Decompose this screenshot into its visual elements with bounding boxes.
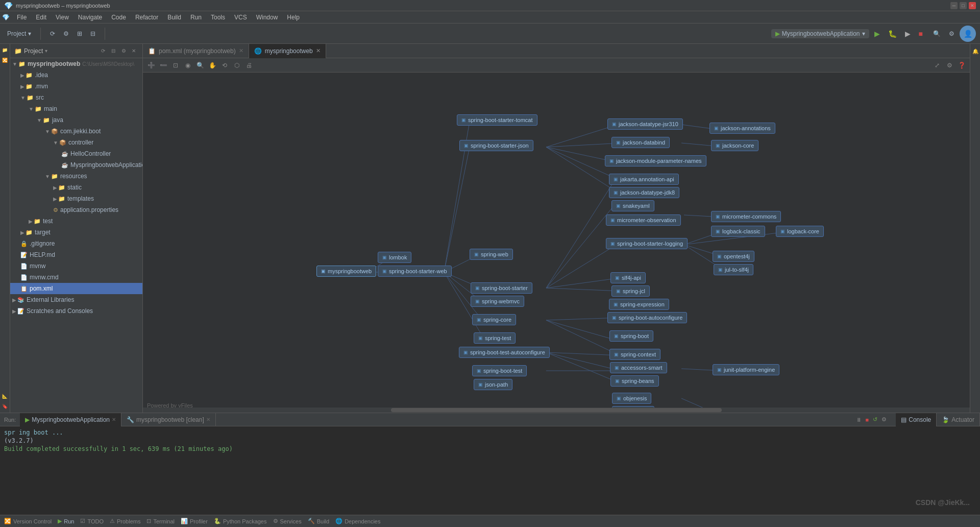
node-myspringbootweb[interactable]: myspringbootweb [316, 266, 376, 277]
tree-item-pom-xml[interactable]: 📋 pom.xml [10, 283, 142, 294]
node-logback-core[interactable]: logback-core [776, 226, 824, 237]
node-jackson-annotations[interactable]: jackson-annotations [709, 123, 775, 134]
close-button[interactable]: ✕ [969, 2, 976, 9]
status-run[interactable]: ▶ Run [58, 518, 74, 524]
help-button[interactable]: ❓ [957, 60, 967, 70]
status-build[interactable]: 🔨 Build [308, 518, 329, 524]
h-scrollbar[interactable] [143, 408, 970, 413]
node-junit-platform-engine[interactable]: junit-platform-engine [713, 364, 779, 375]
menu-file[interactable]: File [13, 13, 31, 22]
node-spring-jcl[interactable]: spring-jcl [611, 285, 650, 297]
left-icon-project[interactable]: 📁 [1, 46, 9, 54]
tree-item-mvn[interactable]: ▶ 📁 .mvn [10, 81, 142, 92]
node-spring-boot-starter-logging[interactable]: spring-boot-starter-logging [606, 238, 688, 249]
status-profiler[interactable]: 📊 Profiler [181, 518, 208, 524]
close-pom-tab[interactable]: ✕ [239, 47, 243, 54]
tree-item-mvnw[interactable]: 📄 mvnw [10, 260, 142, 272]
menu-window[interactable]: Window [252, 13, 282, 22]
menu-view[interactable]: View [52, 13, 73, 22]
close-panel-button[interactable]: ⚙ [944, 60, 954, 70]
toolbar-settings[interactable]: ⚙ [60, 29, 72, 39]
node-spring-webmvc[interactable]: spring-webmvc [471, 296, 524, 307]
actual-size-button[interactable]: ◉ [183, 60, 193, 70]
debug-button[interactable]: 🐛 [885, 28, 900, 39]
tree-item-java[interactable]: ▼ 📁 java [10, 114, 142, 126]
tree-item-main[interactable]: ▼ 📁 main [10, 103, 142, 114]
node-jul-to-slf4j[interactable]: jul-to-slf4j [714, 264, 753, 275]
menu-vcs[interactable]: VCS [230, 13, 251, 22]
settings-button[interactable]: ⚙ [946, 29, 958, 39]
status-dependencies[interactable]: 🌐 Dependencies [335, 518, 380, 524]
menu-edit[interactable]: Edit [32, 13, 51, 22]
search-everywhere[interactable]: 🔍 [930, 29, 944, 39]
toolbar-sync[interactable]: ⟳ [47, 29, 58, 39]
tree-item-static[interactable]: ▶ 📁 static [10, 182, 142, 193]
node-spring-boot-starter-web[interactable]: spring-boot-starter-web [378, 266, 452, 277]
menu-navigate[interactable]: Navigate [74, 13, 106, 22]
settings-sidebar-button[interactable]: ⚙ [119, 46, 128, 56]
run-configuration[interactable]: ▶ MyspringbootwebApplication ▾ [771, 29, 869, 38]
bottom-tab-clean[interactable]: 🔧 myspringbootweb [clean] ✕ [121, 413, 216, 426]
sidebar-dropdown-arrow[interactable]: ▾ [45, 48, 47, 54]
zoom-in-button[interactable]: ➕ [146, 60, 156, 70]
tree-item-mvnw-cmd[interactable]: 📄 mvnw.cmd [10, 272, 142, 283]
node-jakarta-annotation-api[interactable]: jakarta.annotation-api [609, 174, 679, 185]
tree-item-resources[interactable]: ▼ 📁 resources [10, 171, 142, 182]
tree-item-help[interactable]: 📝 HELP.md [10, 249, 142, 260]
tree-item-templates[interactable]: ▶ 📁 templates [10, 193, 142, 204]
tab-pom-xml[interactable]: 📋 pom.xml (myspringbootweb) ✕ [143, 44, 249, 58]
node-spring-boot[interactable]: spring-boot [609, 330, 653, 342]
tree-item-gitignore[interactable]: 🔒 .gitignore [10, 238, 142, 249]
node-spring-context[interactable]: spring-context [609, 349, 660, 360]
menu-code[interactable]: Code [107, 13, 130, 22]
close-dep-tab[interactable]: ✕ [316, 47, 321, 54]
node-accessors-smart[interactable]: accessors-smart [610, 362, 667, 373]
bottom-tab-myspringbootweb[interactable]: ▶ MyspringbootwebApplication ✕ [20, 413, 121, 426]
node-objenesis[interactable]: objenesis [612, 393, 651, 404]
tree-item-app-properties[interactable]: ⚙ application.properties [10, 204, 142, 215]
dependency-graph[interactable]: myspringbootweb lombok spring-boot-start… [143, 73, 970, 413]
status-problems[interactable]: ⚠ Problems [110, 518, 140, 524]
node-spring-core[interactable]: spring-core [472, 314, 516, 325]
status-todo[interactable]: ☑ TODO [80, 518, 104, 524]
menu-tools[interactable]: Tools [207, 13, 229, 22]
close-sidebar-button[interactable]: ✕ [129, 46, 138, 56]
node-spring-test[interactable]: spring-test [474, 332, 516, 344]
node-spring-boot-starter[interactable]: spring-boot-starter [471, 282, 532, 294]
node-spring-expression[interactable]: spring-expression [609, 299, 669, 310]
node-spring-boot-test[interactable]: spring-boot-test [472, 365, 527, 376]
close-tab2[interactable]: ✕ [206, 417, 210, 422]
fit-page-button[interactable]: ⊡ [170, 60, 181, 70]
tree-item-src[interactable]: ▼ 📁 src [10, 92, 142, 103]
coverage-button[interactable]: ▶ [902, 28, 914, 39]
settings-run-button[interactable]: ⚙ [880, 415, 888, 424]
toolbar-collapse[interactable]: ⊟ [87, 29, 99, 39]
node-jackson-datatype-jdk8[interactable]: jackson-datatype-jdk8 [609, 187, 679, 198]
actuator-subtab[interactable]: 🍃 Actuator [937, 413, 980, 426]
right-panel-notifications[interactable]: 🔔 [971, 46, 979, 56]
user-avatar[interactable]: 👤 [960, 26, 976, 42]
tab-dep-graph[interactable]: 🌐 myspringbootweb ✕ [249, 44, 326, 58]
menu-run[interactable]: Run [186, 13, 206, 22]
tree-item-target[interactable]: ▶ 📁 target [10, 227, 142, 238]
collapse-all-button[interactable]: ⊟ [109, 46, 118, 56]
project-dropdown[interactable]: Project ▾ [4, 29, 34, 39]
menu-help[interactable]: Help [283, 13, 304, 22]
node-snakeyaml[interactable]: snakeyaml [611, 200, 654, 211]
status-version-control[interactable]: 🔀 Version Control [4, 518, 52, 524]
menu-build[interactable]: Build [163, 13, 185, 22]
node-spring-web[interactable]: spring-web [470, 249, 513, 260]
node-spring-beans[interactable]: spring-beans [610, 375, 659, 387]
run-button[interactable]: ▶ [871, 28, 883, 39]
node-logback-classic[interactable]: logback-classic [711, 226, 765, 237]
status-python-packages[interactable]: 🐍 Python Packages [214, 518, 267, 524]
status-terminal[interactable]: ⊡ Terminal [146, 518, 175, 524]
left-icon-bookmark[interactable]: 🔖 [1, 402, 9, 411]
left-icon-structure[interactable]: 📐 [1, 392, 9, 400]
pan-button[interactable]: ✋ [207, 60, 217, 70]
maximize-button[interactable]: □ [960, 2, 967, 9]
console-subtab[interactable]: ▤ Console [896, 413, 937, 426]
tree-item-main-class[interactable]: ☕ MyspringbootwebApplicatio [10, 159, 142, 171]
export-button[interactable]: ⬡ [232, 60, 242, 70]
node-spring-boot-starter-json[interactable]: spring-boot-starter-json [459, 140, 533, 151]
